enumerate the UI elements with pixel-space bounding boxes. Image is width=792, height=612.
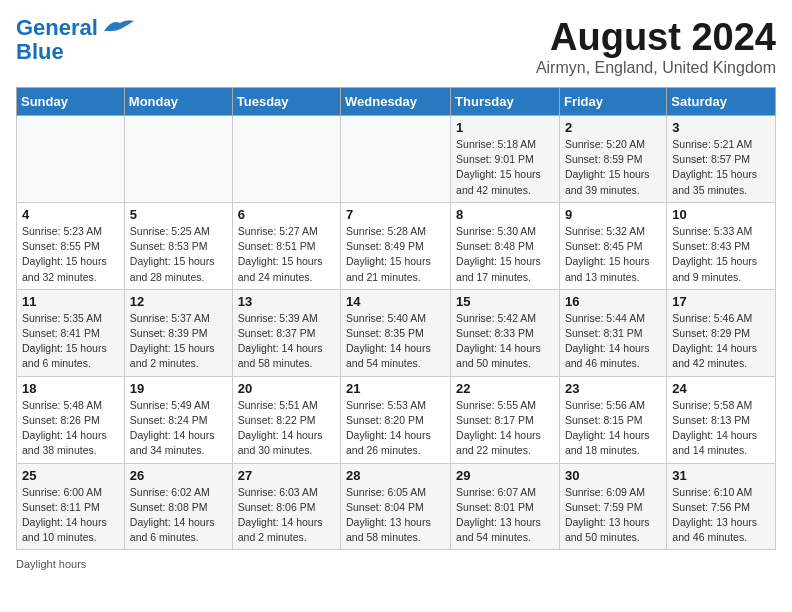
- calendar-cell: 16Sunrise: 5:44 AM Sunset: 8:31 PM Dayli…: [559, 289, 666, 376]
- calendar-cell: 24Sunrise: 5:58 AM Sunset: 8:13 PM Dayli…: [667, 376, 776, 463]
- day-info: Sunrise: 5:25 AM Sunset: 8:53 PM Dayligh…: [130, 224, 227, 285]
- day-info: Sunrise: 5:46 AM Sunset: 8:29 PM Dayligh…: [672, 311, 770, 372]
- day-number: 25: [22, 468, 119, 483]
- calendar-cell: 3Sunrise: 5:21 AM Sunset: 8:57 PM Daylig…: [667, 116, 776, 203]
- calendar-header-saturday: Saturday: [667, 88, 776, 116]
- day-info: Sunrise: 5:28 AM Sunset: 8:49 PM Dayligh…: [346, 224, 445, 285]
- day-number: 3: [672, 120, 770, 135]
- day-info: Sunrise: 5:42 AM Sunset: 8:33 PM Dayligh…: [456, 311, 554, 372]
- calendar-cell: 10Sunrise: 5:33 AM Sunset: 8:43 PM Dayli…: [667, 202, 776, 289]
- day-number: 21: [346, 381, 445, 396]
- calendar-cell: 25Sunrise: 6:00 AM Sunset: 8:11 PM Dayli…: [17, 463, 125, 550]
- calendar-week-1: 1Sunrise: 5:18 AM Sunset: 9:01 PM Daylig…: [17, 116, 776, 203]
- day-number: 23: [565, 381, 661, 396]
- day-number: 26: [130, 468, 227, 483]
- calendar-cell: 15Sunrise: 5:42 AM Sunset: 8:33 PM Dayli…: [451, 289, 560, 376]
- day-number: 16: [565, 294, 661, 309]
- calendar-header-sunday: Sunday: [17, 88, 125, 116]
- calendar-cell: 29Sunrise: 6:07 AM Sunset: 8:01 PM Dayli…: [451, 463, 560, 550]
- location-title: Airmyn, England, United Kingdom: [536, 59, 776, 77]
- calendar-week-2: 4Sunrise: 5:23 AM Sunset: 8:55 PM Daylig…: [17, 202, 776, 289]
- calendar-cell: 4Sunrise: 5:23 AM Sunset: 8:55 PM Daylig…: [17, 202, 125, 289]
- day-info: Sunrise: 5:40 AM Sunset: 8:35 PM Dayligh…: [346, 311, 445, 372]
- calendar-cell: 5Sunrise: 5:25 AM Sunset: 8:53 PM Daylig…: [124, 202, 232, 289]
- day-number: 5: [130, 207, 227, 222]
- calendar-cell: [17, 116, 125, 203]
- calendar-header-thursday: Thursday: [451, 88, 560, 116]
- day-number: 27: [238, 468, 335, 483]
- calendar-cell: 20Sunrise: 5:51 AM Sunset: 8:22 PM Dayli…: [232, 376, 340, 463]
- day-info: Sunrise: 5:44 AM Sunset: 8:31 PM Dayligh…: [565, 311, 661, 372]
- day-number: 11: [22, 294, 119, 309]
- day-info: Sunrise: 6:07 AM Sunset: 8:01 PM Dayligh…: [456, 485, 554, 546]
- calendar-cell: 7Sunrise: 5:28 AM Sunset: 8:49 PM Daylig…: [341, 202, 451, 289]
- day-number: 2: [565, 120, 661, 135]
- day-number: 31: [672, 468, 770, 483]
- calendar-header-monday: Monday: [124, 88, 232, 116]
- day-number: 1: [456, 120, 554, 135]
- day-number: 24: [672, 381, 770, 396]
- day-info: Sunrise: 5:30 AM Sunset: 8:48 PM Dayligh…: [456, 224, 554, 285]
- day-info: Sunrise: 5:33 AM Sunset: 8:43 PM Dayligh…: [672, 224, 770, 285]
- calendar-cell: 30Sunrise: 6:09 AM Sunset: 7:59 PM Dayli…: [559, 463, 666, 550]
- day-info: Sunrise: 5:49 AM Sunset: 8:24 PM Dayligh…: [130, 398, 227, 459]
- day-info: Sunrise: 5:58 AM Sunset: 8:13 PM Dayligh…: [672, 398, 770, 459]
- calendar: SundayMondayTuesdayWednesdayThursdayFrid…: [16, 87, 776, 550]
- calendar-week-4: 18Sunrise: 5:48 AM Sunset: 8:26 PM Dayli…: [17, 376, 776, 463]
- day-number: 19: [130, 381, 227, 396]
- calendar-cell: 18Sunrise: 5:48 AM Sunset: 8:26 PM Dayli…: [17, 376, 125, 463]
- header: General Blue August 2024 Airmyn, England…: [16, 16, 776, 77]
- day-info: Sunrise: 5:18 AM Sunset: 9:01 PM Dayligh…: [456, 137, 554, 198]
- day-info: Sunrise: 5:55 AM Sunset: 8:17 PM Dayligh…: [456, 398, 554, 459]
- footer-daylight-label: Daylight hours: [16, 558, 86, 570]
- day-info: Sunrise: 5:32 AM Sunset: 8:45 PM Dayligh…: [565, 224, 661, 285]
- day-info: Sunrise: 5:53 AM Sunset: 8:20 PM Dayligh…: [346, 398, 445, 459]
- day-number: 7: [346, 207, 445, 222]
- day-number: 9: [565, 207, 661, 222]
- calendar-cell: 23Sunrise: 5:56 AM Sunset: 8:15 PM Dayli…: [559, 376, 666, 463]
- day-info: Sunrise: 6:05 AM Sunset: 8:04 PM Dayligh…: [346, 485, 445, 546]
- calendar-cell: 28Sunrise: 6:05 AM Sunset: 8:04 PM Dayli…: [341, 463, 451, 550]
- day-number: 18: [22, 381, 119, 396]
- logo: General Blue: [16, 16, 134, 64]
- calendar-cell: 27Sunrise: 6:03 AM Sunset: 8:06 PM Dayli…: [232, 463, 340, 550]
- day-number: 10: [672, 207, 770, 222]
- calendar-week-3: 11Sunrise: 5:35 AM Sunset: 8:41 PM Dayli…: [17, 289, 776, 376]
- calendar-cell: 8Sunrise: 5:30 AM Sunset: 8:48 PM Daylig…: [451, 202, 560, 289]
- calendar-cell: [124, 116, 232, 203]
- calendar-cell: 9Sunrise: 5:32 AM Sunset: 8:45 PM Daylig…: [559, 202, 666, 289]
- calendar-cell: 22Sunrise: 5:55 AM Sunset: 8:17 PM Dayli…: [451, 376, 560, 463]
- day-info: Sunrise: 6:10 AM Sunset: 7:56 PM Dayligh…: [672, 485, 770, 546]
- day-info: Sunrise: 6:03 AM Sunset: 8:06 PM Dayligh…: [238, 485, 335, 546]
- month-title: August 2024: [536, 16, 776, 59]
- day-number: 30: [565, 468, 661, 483]
- day-info: Sunrise: 6:00 AM Sunset: 8:11 PM Dayligh…: [22, 485, 119, 546]
- calendar-cell: 21Sunrise: 5:53 AM Sunset: 8:20 PM Dayli…: [341, 376, 451, 463]
- day-info: Sunrise: 5:23 AM Sunset: 8:55 PM Dayligh…: [22, 224, 119, 285]
- calendar-cell: 26Sunrise: 6:02 AM Sunset: 8:08 PM Dayli…: [124, 463, 232, 550]
- day-number: 12: [130, 294, 227, 309]
- day-number: 13: [238, 294, 335, 309]
- calendar-cell: 31Sunrise: 6:10 AM Sunset: 7:56 PM Dayli…: [667, 463, 776, 550]
- calendar-cell: [232, 116, 340, 203]
- day-info: Sunrise: 6:02 AM Sunset: 8:08 PM Dayligh…: [130, 485, 227, 546]
- day-number: 29: [456, 468, 554, 483]
- day-number: 20: [238, 381, 335, 396]
- logo-blue: Blue: [16, 40, 64, 64]
- day-info: Sunrise: 5:39 AM Sunset: 8:37 PM Dayligh…: [238, 311, 335, 372]
- calendar-header-wednesday: Wednesday: [341, 88, 451, 116]
- logo-bird-icon: [100, 17, 134, 37]
- calendar-header-tuesday: Tuesday: [232, 88, 340, 116]
- day-number: 4: [22, 207, 119, 222]
- calendar-header-row: SundayMondayTuesdayWednesdayThursdayFrid…: [17, 88, 776, 116]
- calendar-cell: [341, 116, 451, 203]
- day-info: Sunrise: 5:21 AM Sunset: 8:57 PM Dayligh…: [672, 137, 770, 198]
- calendar-cell: 14Sunrise: 5:40 AM Sunset: 8:35 PM Dayli…: [341, 289, 451, 376]
- calendar-week-5: 25Sunrise: 6:00 AM Sunset: 8:11 PM Dayli…: [17, 463, 776, 550]
- calendar-cell: 17Sunrise: 5:46 AM Sunset: 8:29 PM Dayli…: [667, 289, 776, 376]
- calendar-cell: 2Sunrise: 5:20 AM Sunset: 8:59 PM Daylig…: [559, 116, 666, 203]
- day-number: 14: [346, 294, 445, 309]
- day-info: Sunrise: 5:48 AM Sunset: 8:26 PM Dayligh…: [22, 398, 119, 459]
- day-number: 15: [456, 294, 554, 309]
- day-number: 28: [346, 468, 445, 483]
